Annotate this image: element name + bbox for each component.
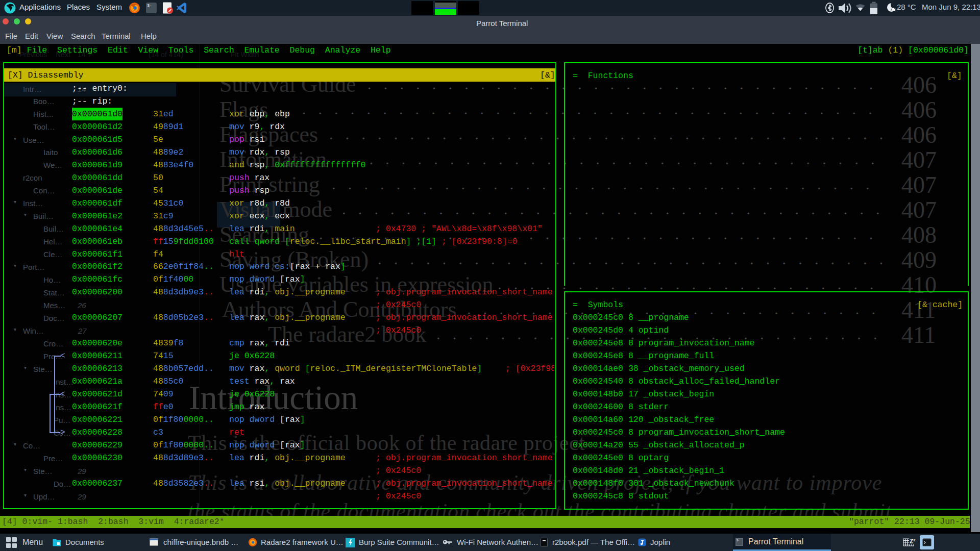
svg-text:$-: $- bbox=[148, 4, 152, 8]
svg-text:$-: $- bbox=[737, 539, 740, 542]
svg-text:Z²: Z² bbox=[910, 538, 915, 545]
